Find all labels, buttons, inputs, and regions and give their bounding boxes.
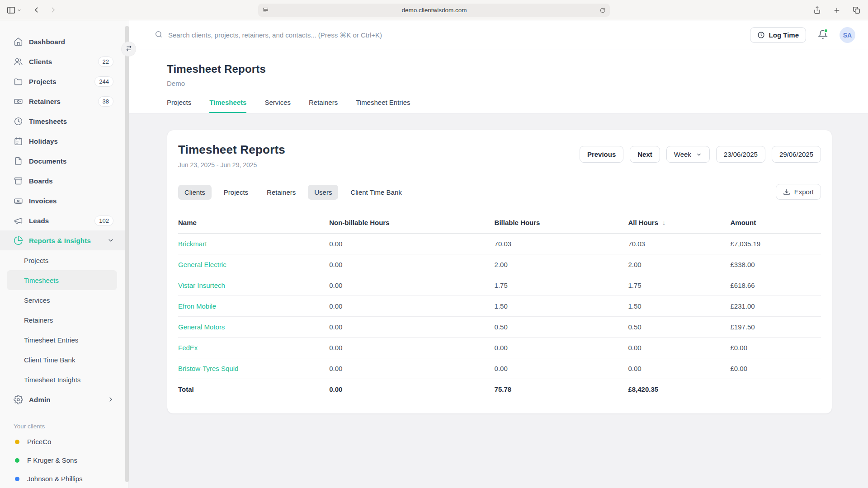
global-search[interactable] (155, 30, 750, 40)
your-clients-list: PriceCo F Kruger & Sons Johnson & Philli… (0, 432, 128, 488)
sidebar-item-projects[interactable]: Projects244 (0, 71, 128, 91)
reload-icon[interactable] (599, 7, 606, 14)
cell-all: 1.75 (628, 275, 730, 296)
tab-overview-icon[interactable] (852, 6, 861, 14)
sidebar-item-leads[interactable]: Leads102 (0, 211, 128, 230)
browser-sidebar-toggle-icon[interactable] (6, 5, 16, 15)
avatar[interactable]: SA (840, 27, 855, 43)
sidebar-item-holidays[interactable]: Holidays (0, 131, 128, 151)
client-color-dot (15, 440, 19, 444)
count-badge: 244 (94, 76, 113, 87)
table-row: Bristow-Tyres Squid0.000.000.00£0.00 (178, 358, 821, 379)
column-header-non-billable-hours[interactable]: Non-billable Hours (329, 214, 494, 234)
export-button[interactable]: Export (776, 184, 821, 200)
sidebar: Dashboard Clients22 Projects244 Retainer… (0, 20, 128, 488)
sidebar-item-label: Invoices (29, 197, 57, 205)
report-card: Timesheet Reports Jun 23, 2025 - Jun 29,… (167, 130, 832, 414)
notifications-button[interactable] (818, 29, 828, 41)
sidebar-scrollbar[interactable] (125, 26, 129, 482)
previous-button[interactable]: Previous (580, 146, 623, 163)
reader-view-icon[interactable] (262, 7, 269, 14)
browser-back-icon[interactable] (33, 6, 41, 14)
column-header-billable-hours[interactable]: Billable Hours (495, 214, 628, 234)
tab-services[interactable]: Services (264, 99, 291, 113)
client-link[interactable]: General Motors (178, 323, 225, 331)
log-time-button[interactable]: Log Time (750, 27, 806, 43)
filter-projects[interactable]: Projects (217, 185, 255, 200)
cell-amount: £0.00 (730, 338, 821, 358)
browser-address-bar[interactable]: demo.clientwisdom.com (258, 4, 610, 17)
cell-non_billable: 0.00 (329, 234, 494, 254)
client-link[interactable]: Vistar Insurtech (178, 282, 225, 289)
pie-chart-icon (14, 236, 23, 245)
archive-icon (14, 176, 23, 186)
sidebar-item-retainers[interactable]: Retainers38 (0, 91, 128, 111)
client-item-priceco[interactable]: PriceCo (0, 432, 128, 451)
browser-sidebar-dropdown-icon[interactable] (17, 8, 22, 13)
report-date-range: Jun 23, 2025 - Jun 29, 2025 (178, 161, 285, 169)
sidebar-item-timesheets[interactable]: Timesheets (0, 111, 128, 131)
table-body: Brickmart0.0070.0370.03£7,035.19General … (178, 234, 821, 400)
app-topbar: Log Time SA (128, 20, 868, 50)
search-input[interactable] (168, 31, 458, 39)
banknote-icon (14, 97, 23, 106)
tab-timesheet-entries[interactable]: Timesheet Entries (356, 99, 410, 113)
column-header-all-hours[interactable]: All Hours↓ (628, 214, 730, 234)
tab-retainers[interactable]: Retainers (309, 99, 338, 113)
start-date-input[interactable]: 23/06/2025 (716, 146, 765, 163)
client-link[interactable]: General Electric (178, 261, 226, 268)
end-date-input[interactable]: 29/06/2025 (772, 146, 821, 163)
filter-retainers[interactable]: Retainers (260, 185, 302, 200)
sidebar-subitem-client-time-bank[interactable]: Client Time Bank (0, 350, 128, 370)
page-title: Timesheet Reports (167, 63, 868, 75)
client-link[interactable]: Efron Mobile (178, 302, 216, 310)
sidebar-item-clients[interactable]: Clients22 (0, 52, 128, 71)
cell-amount: £231.00 (730, 296, 821, 317)
cell-non_billable: 0.00 (329, 254, 494, 275)
document-icon (14, 156, 23, 166)
client-name: PriceCo (27, 438, 51, 446)
cell-name: General Motors (178, 317, 329, 338)
client-item-f-kruger-and-sons[interactable]: F Kruger & Sons (0, 451, 128, 469)
sidebar-subitem-timesheet-insights[interactable]: Timesheet Insights (0, 370, 128, 389)
sidebar-item-label: Dashboard (29, 38, 65, 46)
period-value: Week (674, 150, 691, 158)
client-link[interactable]: FedEx (178, 344, 198, 352)
period-select[interactable]: Week (666, 146, 710, 163)
tab-timesheets[interactable]: Timesheets (209, 99, 246, 113)
browser-forward-icon[interactable] (49, 6, 57, 14)
sidebar-item-documents[interactable]: Documents (0, 151, 128, 171)
cell-amount: £0.00 (730, 358, 821, 379)
sidebar-item-dashboard[interactable]: Dashboard (0, 32, 128, 52)
column-header-amount[interactable]: Amount (730, 214, 821, 234)
sidebar-item-admin[interactable]: Admin (0, 389, 128, 409)
sidebar-subitem-retainers[interactable]: Retainers (0, 310, 128, 330)
filter-users[interactable]: Users (308, 185, 338, 200)
sidebar-collapse-button[interactable] (122, 42, 136, 56)
sidebar-item-invoices[interactable]: Invoices (0, 191, 128, 211)
sidebar-item-boards[interactable]: Boards (0, 171, 128, 191)
cell-billable: 2.00 (495, 254, 628, 275)
cell-non_billable: 0.00 (329, 338, 494, 358)
share-icon[interactable] (813, 6, 821, 14)
client-item-johnson-and-phillips[interactable]: Johnson & Phillips (0, 469, 128, 488)
sidebar-subitem-timesheet-entries[interactable]: Timesheet Entries (0, 330, 128, 350)
folder-icon (14, 77, 23, 86)
column-header-name[interactable]: Name (178, 214, 329, 234)
sidebar-item-reports-and-insights[interactable]: Reports & Insights (0, 230, 128, 250)
cell-billable: 0.00 (495, 358, 628, 379)
sidebar-item-label: Leads (29, 217, 49, 225)
client-link[interactable]: Bristow-Tyres Squid (178, 365, 238, 372)
chevron-down-icon (696, 151, 702, 158)
table-row: Brickmart0.0070.0370.03£7,035.19 (178, 234, 821, 254)
new-tab-icon[interactable] (833, 6, 841, 14)
tab-projects[interactable]: Projects (167, 99, 191, 113)
cell-billable: 1.50 (495, 296, 628, 317)
sidebar-subitem-projects[interactable]: Projects (0, 250, 128, 270)
filter-client-time-bank[interactable]: Client Time Bank (344, 185, 408, 200)
sidebar-subitem-services[interactable]: Services (0, 290, 128, 310)
next-button[interactable]: Next (630, 146, 660, 163)
sidebar-subitem-timesheets[interactable]: Timesheets (7, 270, 117, 290)
filter-clients[interactable]: Clients (178, 185, 212, 200)
client-link[interactable]: Brickmart (178, 240, 207, 248)
